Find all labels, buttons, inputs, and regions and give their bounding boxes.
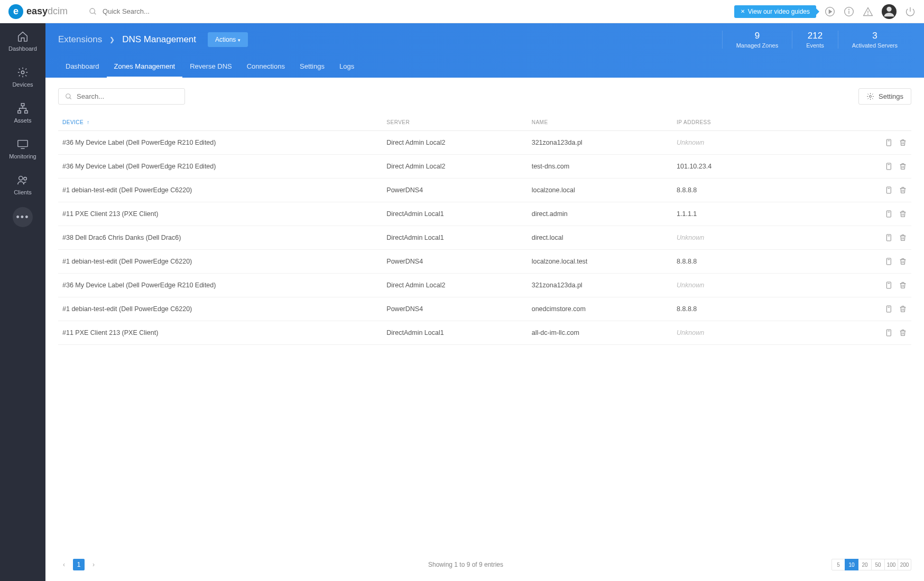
cell-device: #1 debian-test-edit (Dell PowerEdge C622… <box>58 250 382 274</box>
page-size-100[interactable]: 100 <box>884 559 898 570</box>
table-search[interactable] <box>58 88 185 105</box>
sidebar-item-devices[interactable]: Devices <box>8 59 37 95</box>
users-icon <box>17 174 29 186</box>
svg-rect-12 <box>25 111 27 114</box>
table-row[interactable]: #11 PXE Client 213 (PXE Client) DirectAd… <box>58 321 911 345</box>
svg-rect-40 <box>886 258 891 265</box>
page-size-5[interactable]: 5 <box>831 559 845 570</box>
col-actions[interactable] <box>843 114 911 131</box>
page-size-50[interactable]: 50 <box>871 559 885 570</box>
play-icon[interactable] <box>825 6 835 17</box>
col-ip-address[interactable]: IP ADDRESS <box>672 114 843 131</box>
stat-managed-zones[interactable]: 9Managed Zones <box>722 31 792 49</box>
table-row[interactable]: #1 debian-test-edit (Dell PowerEdge C622… <box>58 179 911 202</box>
table-row[interactable]: #36 My Device Label (Dell PowerEdge R210… <box>58 274 911 297</box>
page-next[interactable]: › <box>88 559 99 570</box>
col-server[interactable]: SERVER <box>382 114 527 131</box>
cell-ip: 8.8.8.8 <box>672 250 843 274</box>
page-size-10[interactable]: 10 <box>845 559 858 570</box>
trash-icon[interactable] <box>899 257 907 266</box>
sidebar-item-clients[interactable]: Clients <box>8 167 37 203</box>
tab-settings[interactable]: Settings <box>292 56 332 78</box>
table-row[interactable]: #36 My Device Label (Dell PowerEdge R210… <box>58 155 911 179</box>
logo-light: dcim <box>48 6 68 16</box>
settings-button[interactable]: Settings <box>858 88 911 105</box>
trash-icon[interactable] <box>899 329 907 337</box>
sidebar-item-dashboard[interactable]: Dashboard <box>8 23 37 59</box>
trash-icon[interactable] <box>899 138 907 147</box>
avatar[interactable] <box>882 4 897 19</box>
cell-ip: 8.8.8.8 <box>672 297 843 321</box>
sitemap-icon <box>17 102 29 114</box>
power-icon[interactable] <box>905 6 916 17</box>
edit-icon[interactable] <box>885 138 893 147</box>
sidebar-more[interactable]: ••• <box>13 207 33 227</box>
table-search-input[interactable] <box>77 92 178 100</box>
actions-button[interactable]: Actions ▾ <box>208 32 248 47</box>
trash-icon[interactable] <box>899 233 907 242</box>
breadcrumb-parent[interactable]: Extensions <box>58 34 102 45</box>
page-size-200[interactable]: 200 <box>898 559 911 570</box>
cell-server: Direct Admin Local2 <box>382 274 527 297</box>
trash-icon[interactable] <box>899 281 907 289</box>
col-name[interactable]: NAME <box>528 114 672 131</box>
cell-ip: 8.8.8.8 <box>672 179 843 202</box>
edit-icon[interactable] <box>885 233 893 242</box>
gear-icon <box>17 67 29 78</box>
cell-ip: Unknown <box>672 226 843 250</box>
table-row[interactable]: #11 PXE Client 213 (PXE Client) DirectAd… <box>58 202 911 226</box>
video-guides-button[interactable]: ✕ View our video guides <box>734 5 816 18</box>
caret-down-icon: ▾ <box>238 38 241 43</box>
stats: 9Managed Zones212Events3Activated Server… <box>722 31 911 49</box>
edit-icon[interactable] <box>885 257 893 266</box>
trash-icon[interactable] <box>899 186 907 194</box>
table-row[interactable]: #1 debian-test-edit (Dell PowerEdge C622… <box>58 297 911 321</box>
quick-search-input[interactable] <box>103 7 261 15</box>
trash-icon[interactable] <box>899 210 907 218</box>
cell-server: DirectAdmin Local1 <box>382 321 527 345</box>
logo-icon: e <box>8 4 23 19</box>
svg-rect-52 <box>886 330 891 336</box>
alert-icon[interactable] <box>863 6 873 17</box>
breadcrumb: Extensions ❯ DNS Management Actions ▾ <box>58 32 248 47</box>
sidebar-item-label: Clients <box>14 189 32 195</box>
col-device[interactable]: DEVICE↑ <box>58 114 382 131</box>
logo[interactable]: e easydcim <box>8 4 68 19</box>
sidebar-item-monitoring[interactable]: Monitoring <box>8 131 37 167</box>
cell-name: direct.local <box>528 226 672 250</box>
edit-icon[interactable] <box>885 305 893 313</box>
sidebar-item-assets[interactable]: Assets <box>8 95 37 131</box>
tab-zones-management[interactable]: Zones Management <box>107 56 183 78</box>
cell-device: #11 PXE Client 213 (PXE Client) <box>58 202 382 226</box>
tab-connections[interactable]: Connections <box>239 56 292 78</box>
stat-events[interactable]: 212Events <box>792 31 838 49</box>
cell-name: localzone.local <box>528 179 672 202</box>
svg-rect-36 <box>886 235 891 241</box>
svg-point-0 <box>90 8 95 13</box>
svg-rect-20 <box>886 139 891 146</box>
info-icon[interactable] <box>844 6 854 17</box>
stat-activated-servers[interactable]: 3Activated Servers <box>838 31 911 49</box>
search-icon <box>89 7 97 16</box>
trash-icon[interactable] <box>899 305 907 313</box>
logo-bold: easy <box>26 6 48 16</box>
page-sizes: 5102050100200 <box>832 559 911 570</box>
trash-icon[interactable] <box>899 162 907 171</box>
edit-icon[interactable] <box>885 329 893 337</box>
page-prev[interactable]: ‹ <box>58 559 70 570</box>
tab-dashboard[interactable]: Dashboard <box>58 56 107 78</box>
quick-search[interactable] <box>89 7 734 16</box>
table-row[interactable]: #38 Dell Drac6 Chris Danks (Dell Drac6) … <box>58 226 911 250</box>
edit-icon[interactable] <box>885 281 893 289</box>
page-size-20[interactable]: 20 <box>858 559 872 570</box>
edit-icon[interactable] <box>885 210 893 218</box>
tab-reverse-dns[interactable]: Reverse DNS <box>182 56 239 78</box>
table-row[interactable]: #36 My Device Label (Dell PowerEdge R210… <box>58 131 911 155</box>
edit-icon[interactable] <box>885 186 893 194</box>
edit-icon[interactable] <box>885 162 893 171</box>
page-1[interactable]: 1 <box>73 559 85 570</box>
table-row[interactable]: #1 debian-test-edit (Dell PowerEdge C622… <box>58 250 911 274</box>
close-icon[interactable]: ✕ <box>741 8 745 14</box>
tab-logs[interactable]: Logs <box>332 56 362 78</box>
cell-ip: Unknown <box>672 274 843 297</box>
